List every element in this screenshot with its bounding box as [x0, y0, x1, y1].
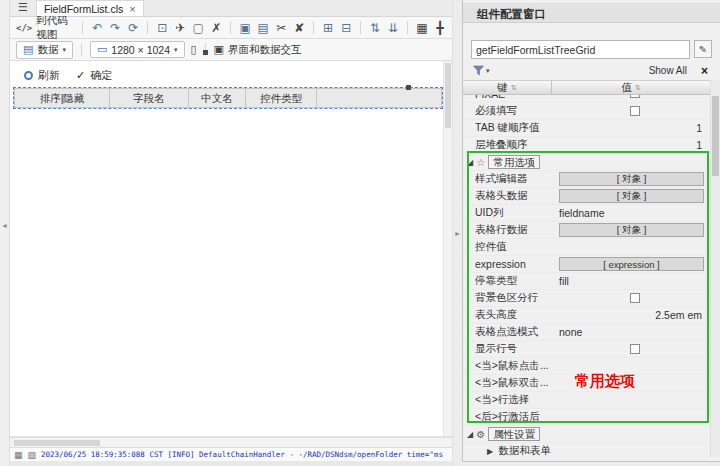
resolution-dropdown[interactable]: ▭ 1280 × 1024 ▾	[90, 41, 185, 58]
section-expand-icon[interactable]: ◢	[467, 430, 473, 439]
section-label: 属性设置	[488, 427, 540, 441]
refresh-button[interactable]: 刷新	[24, 68, 60, 83]
panel-scrollbar[interactable]	[710, 80, 720, 457]
deploy-icon[interactable]: ✈	[174, 21, 186, 35]
value-column-header[interactable]: 值 ⇅	[552, 81, 710, 94]
scrollbar-thumb[interactable]	[712, 96, 719, 176]
scrollbar-thumb[interactable]	[445, 63, 451, 128]
grid-icon[interactable]: ▦	[416, 21, 428, 35]
clear-filter-icon[interactable]: ×	[701, 64, 708, 78]
mobile-device-icon[interactable]: ▯	[191, 43, 197, 56]
show-all-label[interactable]: Show All	[649, 65, 687, 76]
component-id-input[interactable]	[471, 40, 690, 59]
property-row[interactable]: ◢ ⚙ 属性设置	[463, 426, 710, 443]
grid-column-header[interactable]: 字段名	[110, 89, 189, 107]
subsection-expand-icon[interactable]: ▶	[487, 447, 493, 456]
property-key: 表格头数据	[475, 189, 559, 203]
property-row[interactable]: 停靠类型 fill	[463, 273, 710, 290]
export-icon[interactable]: ⊡	[156, 21, 168, 35]
canvas-horizontal-scrollbar[interactable]	[10, 437, 452, 447]
property-key: expression	[475, 258, 559, 270]
toolbar-separator	[147, 21, 148, 34]
delete-icon[interactable]: ✗	[210, 21, 222, 35]
grid-column-header[interactable]: 中文名	[189, 89, 246, 107]
edit-icon[interactable]: ✎	[694, 40, 712, 58]
remove-icon[interactable]: ✘	[293, 21, 305, 35]
property-row[interactable]: ▶ 数据和表单	[463, 443, 710, 457]
property-value: [ expression ]	[559, 257, 710, 271]
paste-format-icon[interactable]: ⊟	[340, 21, 352, 35]
property-value[interactable]: fill	[559, 275, 710, 287]
object-editor-button[interactable]: [ expression ]	[559, 257, 704, 271]
subsection-label: 数据和表单	[498, 444, 551, 457]
property-row[interactable]: UID列 fieldname	[463, 205, 710, 222]
collapse-right-icon[interactable]: ►	[454, 230, 461, 237]
property-row[interactable]: <当>行选择	[463, 392, 710, 409]
property-row[interactable]: 表头高度 2.5em em	[463, 307, 710, 324]
property-value[interactable]: 1	[559, 139, 710, 151]
property-value[interactable]: 1	[559, 122, 710, 134]
sort-asc-icon[interactable]: ⇅	[369, 21, 381, 35]
code-view-button[interactable]: </> 到代码视图	[16, 14, 74, 42]
copy-format-icon[interactable]: ⊞	[322, 21, 334, 35]
grid-column-header[interactable]: 控件类型	[246, 89, 317, 107]
filter-button[interactable]: ▾	[473, 65, 490, 76]
property-value[interactable]: 2.5em em	[559, 309, 710, 321]
toolbar-separator	[360, 21, 361, 34]
property-row[interactable]: FIXAE	[463, 95, 710, 103]
checkbox[interactable]	[630, 106, 640, 116]
scrollbar-thumb[interactable]	[14, 440, 100, 446]
redo-icon[interactable]: ↷	[109, 21, 121, 35]
property-row[interactable]: 表格头数据 [ 对象 ]	[463, 188, 710, 205]
property-row[interactable]: 表格行数据 [ 对象 ]	[463, 222, 710, 239]
data-dropdown-button[interactable]: ▤ 数据 ▾	[16, 41, 73, 59]
paste-icon[interactable]: ▤	[257, 21, 269, 35]
property-row[interactable]: 背景色区分行	[463, 290, 710, 307]
log-panel-icon[interactable]: ▧	[28, 450, 37, 460]
cut-icon[interactable]: ✂	[275, 21, 287, 35]
design-canvas[interactable]: 刷新 ✓ 确定 排序|隐藏 字段名 中文名 控件类型	[10, 61, 452, 437]
confirm-button[interactable]: ✓ 确定	[76, 68, 112, 83]
tab-close-icon[interactable]: ×	[129, 3, 135, 15]
property-column-headers: 键 ⇅ 值 ⇅	[463, 80, 710, 95]
property-row[interactable]: 控件值	[463, 239, 710, 256]
checkbox[interactable]	[630, 95, 640, 98]
preview-icon[interactable]: ▢	[192, 21, 204, 35]
checkbox[interactable]	[630, 293, 640, 303]
object-editor-button[interactable]: [ 对象 ]	[559, 172, 704, 186]
property-value[interactable]: none	[559, 326, 710, 338]
canvas-vertical-scrollbar[interactable]	[443, 61, 452, 436]
property-row[interactable]: ◢ ☆ 常用选项	[463, 154, 710, 171]
interaction-view-button[interactable]: ▣ 界面和数据交互	[214, 43, 302, 57]
property-row[interactable]: 必须填写	[463, 103, 710, 120]
property-key: <当>鼠标双击...	[475, 376, 559, 390]
property-row[interactable]: <后>行激活后	[463, 409, 710, 426]
object-editor-button[interactable]: [ 对象 ]	[559, 189, 704, 203]
checkbox[interactable]	[630, 344, 640, 354]
copy-icon[interactable]: ▣	[239, 21, 251, 35]
object-editor-button[interactable]: [ 对象 ]	[559, 223, 704, 237]
property-value[interactable]: fieldname	[559, 207, 710, 219]
menu-icon[interactable]: ☰	[18, 1, 28, 14]
grid-column-header[interactable]: 排序|隐藏	[15, 89, 110, 107]
property-row[interactable]: 样式编辑器 [ 对象 ]	[463, 171, 710, 188]
property-row[interactable]: TAB 键顺序值 1	[463, 120, 710, 137]
selection-handle[interactable]	[203, 50, 208, 55]
property-row[interactable]: 表格点选模式 none	[463, 324, 710, 341]
left-collapse-rail[interactable]: ◄	[0, 0, 10, 466]
property-row[interactable]: expression [ expression ]	[463, 256, 710, 273]
panel-splitter[interactable]: ►	[452, 0, 462, 466]
sort-desc-icon[interactable]: ⇊	[387, 21, 399, 35]
property-key: <当>行选择	[475, 393, 559, 407]
section-expand-icon[interactable]: ◢	[467, 158, 473, 167]
align-icon[interactable]: ╋	[434, 21, 446, 35]
log-grid-icon[interactable]: ▦	[14, 450, 23, 460]
key-column-header[interactable]: 键 ⇅	[463, 81, 552, 94]
property-row[interactable]: 层堆叠顺序 1	[463, 137, 710, 154]
selection-handle[interactable]	[406, 85, 411, 90]
collapse-left-icon[interactable]: ◄	[1, 222, 8, 229]
undo-icon[interactable]: ↶	[91, 21, 103, 35]
refresh-icon[interactable]: ⟳	[127, 21, 139, 35]
property-row[interactable]: 显示行号	[463, 341, 710, 358]
selected-grid-component[interactable]: 排序|隐藏 字段名 中文名 控件类型	[13, 87, 443, 109]
